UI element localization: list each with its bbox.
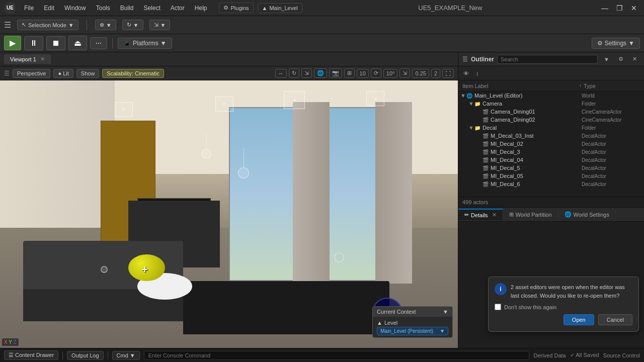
outliner-columns: Item Label ↑ Type bbox=[458, 80, 644, 92]
menu-select[interactable]: Select bbox=[139, 4, 164, 13]
tree-expand-icon[interactable]: ▼ bbox=[460, 93, 466, 99]
derived-data-btn[interactable]: Derived Data bbox=[533, 352, 566, 358]
content-drawer-button[interactable]: ☰ Content Drawer bbox=[4, 350, 58, 360]
light-fixture-1: ⊕ bbox=[115, 102, 133, 117]
play-button[interactable]: ▶ bbox=[4, 36, 21, 50]
menu-tools[interactable]: Tools bbox=[92, 4, 114, 13]
menu-build[interactable]: Build bbox=[116, 4, 138, 13]
tree-item-mi_decal_02[interactable]: 🎬MI_Decal_02DecalActor bbox=[458, 140, 644, 148]
cam-speed[interactable]: 2 bbox=[431, 69, 440, 78]
details-tab-close[interactable]: ✕ bbox=[492, 212, 497, 218]
tree-item-mi_decal_3[interactable]: 🎬MI_Decal_3DecalActor bbox=[458, 148, 644, 156]
tree-item-mi_decal_05[interactable]: 🎬MI_Decal_05DecalActor bbox=[458, 172, 644, 180]
play-options-button[interactable]: ⋯ bbox=[90, 37, 107, 49]
angle-value[interactable]: 10° bbox=[383, 69, 398, 78]
scale-button[interactable]: ⇲▼ bbox=[149, 20, 171, 30]
tree-expand-icon[interactable]: ▼ bbox=[468, 125, 474, 131]
viewport-tab-bar: Viewport 1 ✕ bbox=[0, 52, 458, 66]
world-icon-btn[interactable]: 🌐 bbox=[314, 68, 327, 78]
tree-item-main_level[interactable]: ▼🌐Main_Level (Editor)World bbox=[458, 92, 644, 100]
notification-checkbox-row: Don't show this again bbox=[495, 304, 632, 310]
notification-open-button[interactable]: Open bbox=[564, 314, 594, 325]
context-close-icon[interactable]: ▼ bbox=[443, 309, 448, 315]
viewport-tab[interactable]: Viewport 1 ✕ bbox=[4, 54, 51, 64]
details-pencil-icon: ✏ bbox=[464, 212, 469, 218]
outliner-sort-btn[interactable]: ↕ bbox=[473, 69, 482, 78]
stop-button[interactable]: ⏹ bbox=[46, 36, 65, 50]
translate-icon-btn[interactable]: ↔ bbox=[275, 69, 287, 78]
dont-show-checkbox[interactable] bbox=[495, 304, 501, 310]
menu-file[interactable]: File bbox=[20, 4, 38, 13]
settings-button[interactable]: ⚙ Settings ▼ bbox=[592, 38, 640, 49]
rotate-button[interactable]: ↻▼ bbox=[122, 20, 143, 30]
outliner-visibility-btn[interactable]: 👁 bbox=[460, 69, 472, 78]
show-button[interactable]: Show bbox=[76, 69, 100, 78]
scale-value[interactable]: 0.25 bbox=[412, 69, 429, 78]
tree-item-camera_folder[interactable]: ▼📁CameraFolder bbox=[458, 100, 644, 108]
actor-icon: 🎬 bbox=[482, 117, 489, 123]
restore-button[interactable]: ❐ bbox=[613, 3, 626, 13]
tab-world-settings[interactable]: 🌐 World Settings bbox=[558, 209, 616, 220]
scale-icon2[interactable]: ⇲ bbox=[399, 68, 410, 78]
hamburger-icon[interactable]: ☰ bbox=[4, 20, 11, 30]
angle-icon[interactable]: ⟳ bbox=[371, 68, 381, 78]
tree-item-mi_decal_04[interactable]: 🎬MI_Decal_04DecalActor bbox=[458, 156, 644, 164]
outliner-title: Outliner bbox=[471, 56, 494, 63]
close-button[interactable]: ✕ bbox=[628, 3, 640, 13]
titlebar: UE File Edit Window Tools Build Select A… bbox=[0, 0, 644, 16]
selection-mode-button[interactable]: ↖ Selection Mode ▼ bbox=[17, 20, 78, 30]
scale-icon-btn[interactable]: ⇲ bbox=[301, 68, 312, 78]
tab-details[interactable]: ✏ Details ✕ bbox=[458, 209, 503, 220]
grid-size[interactable]: 10 bbox=[357, 69, 369, 78]
viewport-close-icon[interactable]: ✕ bbox=[40, 56, 45, 62]
tree-type: DecalActor bbox=[582, 182, 642, 187]
world-settings-icon: 🌐 bbox=[565, 211, 572, 218]
tab-world-partition[interactable]: ⊞ World Partition bbox=[503, 209, 558, 220]
tree-item-m_decal_03[interactable]: 🎬M_Decal_03_InstDecalActor bbox=[458, 132, 644, 140]
camera-icon-btn[interactable]: 📷 bbox=[329, 68, 342, 78]
transform-button[interactable]: ⊕▼ bbox=[95, 20, 116, 30]
menu-help[interactable]: Help bbox=[191, 4, 211, 13]
outliner-header: ☰ Outliner ▼ ⚙ ✕ bbox=[458, 52, 644, 66]
perspective-button[interactable]: Perspective bbox=[13, 69, 50, 78]
actor-icon: 🎬 bbox=[482, 173, 489, 179]
tree-item-camera_dining02[interactable]: 🎬Camera_Dining02CineCameraActor bbox=[458, 116, 644, 124]
menu-actor[interactable]: Actor bbox=[167, 4, 189, 13]
source-control-btn[interactable]: Source Control bbox=[603, 352, 640, 358]
console-command-input[interactable] bbox=[144, 351, 530, 360]
minimize-button[interactable]: — bbox=[598, 3, 611, 13]
plugins-button[interactable]: ⚙ Plugins bbox=[219, 3, 253, 13]
lit-button[interactable]: ● Lit bbox=[53, 69, 73, 78]
menu-edit[interactable]: Edit bbox=[40, 4, 58, 13]
tree-item-decal_folder[interactable]: ▼📁DecalFolder bbox=[458, 124, 644, 132]
rotate-icon: ↻ bbox=[127, 22, 131, 28]
level-icon: ▲ bbox=[262, 5, 268, 11]
outliner-close-btn[interactable]: ✕ bbox=[629, 54, 640, 64]
menu-window[interactable]: Window bbox=[60, 4, 90, 13]
context-level-dropdown[interactable]: Main_Level (Persistent) ▼ bbox=[377, 327, 448, 335]
outliner-search-input[interactable] bbox=[497, 55, 598, 64]
tree-type: DecalActor bbox=[582, 165, 642, 171]
notification-cancel-button[interactable]: Cancel bbox=[598, 314, 632, 325]
maximize-btn[interactable]: ⛶ bbox=[442, 69, 454, 78]
tree-type: DecalActor bbox=[582, 157, 642, 163]
eject-button[interactable]: ⏏ bbox=[68, 36, 87, 50]
tree-item-camera_dining01[interactable]: 🎬Camera_Dining01CineCameraActor bbox=[458, 108, 644, 116]
tree-item-mi_decal_6[interactable]: 🎬MI_Decal_6DecalActor bbox=[458, 180, 644, 188]
viewport-menu-icon[interactable]: ☰ bbox=[4, 70, 10, 77]
pause-button[interactable]: ⏸ bbox=[24, 36, 43, 50]
tree-type: DecalActor bbox=[582, 141, 642, 147]
outliner-toolbar: 👁 ↕ bbox=[458, 66, 644, 80]
lit-icon: ● bbox=[58, 70, 61, 76]
outliner-settings-btn[interactable]: ⚙ bbox=[615, 54, 626, 64]
scene-viewport[interactable]: + ⊕ ⊕ ✦ ⊕ bbox=[0, 80, 458, 348]
level-button[interactable]: ▲ Main_Level bbox=[258, 3, 302, 13]
output-log-button[interactable]: Output Log bbox=[67, 351, 103, 360]
tree-expand-icon[interactable]: ▼ bbox=[468, 101, 474, 107]
rotate-icon-btn[interactable]: ↻ bbox=[289, 68, 299, 78]
scalability-button[interactable]: Scalability: Cinematic bbox=[102, 69, 164, 78]
tree-item-mi_decal_5[interactable]: 🎬MI_Decal_5DecalActor bbox=[458, 164, 644, 172]
outliner-filter-btn[interactable]: ▼ bbox=[601, 55, 612, 64]
platforms-button[interactable]: 📱 Platforms ▼ bbox=[118, 38, 172, 49]
grid-icon-btn[interactable]: ⊞ bbox=[344, 68, 355, 78]
